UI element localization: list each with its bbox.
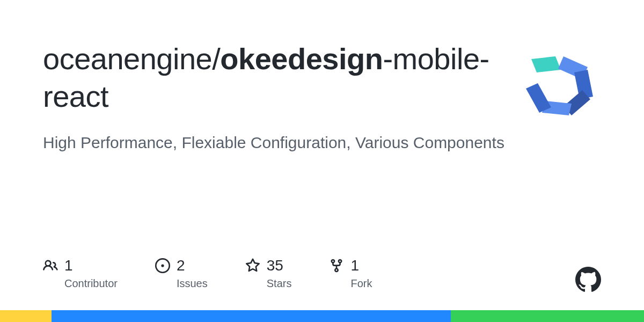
fork-icon [329,258,344,273]
stat-stars[interactable]: 35 Stars [245,257,292,290]
star-icon [245,258,260,273]
language-segment-3 [451,310,644,322]
repo-title: oceanengine/okeedesign-mobile-react [43,40,504,115]
people-icon [43,258,58,273]
stars-label: Stars [267,277,292,290]
repo-logo [515,43,601,129]
language-segment-2 [52,310,451,322]
stat-issues[interactable]: 2 Issues [155,257,208,290]
repo-name-bold[interactable]: okeedesign [220,42,383,76]
svg-marker-5 [526,83,551,113]
separator: / [212,42,220,76]
language-bar [0,310,644,322]
contributors-label: Contributor [64,277,118,290]
github-logo-icon [575,267,601,292]
repo-stats: 1 Contributor 2 Issues 35 Stars 1 Fork [43,257,372,290]
issues-count: 2 [177,257,185,274]
repo-owner[interactable]: oceanengine [43,42,212,76]
stars-count: 35 [267,257,283,274]
svg-marker-0 [531,56,561,72]
forks-label: Fork [350,277,372,290]
forks-count: 1 [350,257,359,274]
contributors-count: 1 [64,257,73,274]
stat-forks[interactable]: 1 Fork [329,257,372,290]
language-segment-1 [0,310,52,322]
stat-contributors[interactable]: 1 Contributor [43,257,118,290]
repo-description: High Performance, Flexiable Configuratio… [43,130,504,155]
issue-icon [155,258,170,273]
issues-label: Issues [177,277,208,290]
